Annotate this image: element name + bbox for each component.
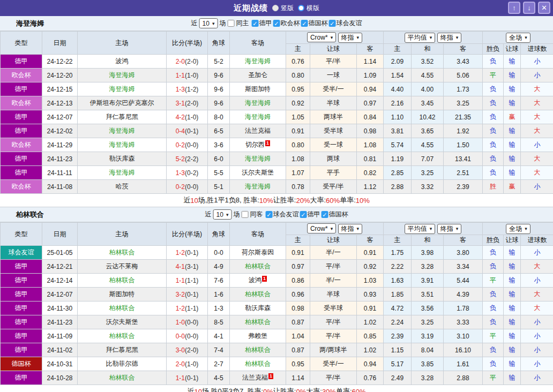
home-team-name: 海登海姆: [109, 169, 135, 176]
match-row: 德甲24-12-22波鸿2-0(2-0)5-2海登海姆0.76平/半1.142.…: [1, 55, 553, 69]
chevron-down-icon: ▾: [456, 35, 459, 40]
score-cell: 3-2(0-1): [167, 288, 208, 301]
odds-cell: 0.91: [286, 246, 310, 260]
home-team-cell: 哈茨: [78, 180, 167, 194]
date-cell: 24-12-13: [42, 96, 78, 110]
league-checkbox[interactable]: ✓: [273, 20, 280, 27]
date-cell: 24-12-20: [42, 69, 78, 82]
odds-cell: 3.19: [412, 329, 444, 343]
fulltime-score: 4-1: [176, 263, 185, 270]
result-group-fulltime: 全场▾: [483, 32, 553, 44]
fulltime-score: 3-0: [176, 346, 185, 354]
score-cell: 0-0(0-0): [167, 329, 208, 343]
odds-cell: 4.55: [412, 138, 444, 152]
score-cell: 4-2(1-0): [167, 110, 208, 124]
date-cell: 24-11-23: [42, 152, 78, 166]
away-team-name: 柏林联合: [245, 262, 271, 270]
home-team-cell: 比勒菲尔德: [78, 357, 167, 371]
summary-segment: 10: [190, 197, 198, 205]
col-type: 类型: [1, 32, 42, 55]
league-cell: 德甲: [1, 166, 42, 180]
bookmaker-select[interactable]: Crow*▾: [307, 223, 336, 233]
odds-cell: 半球: [310, 288, 357, 301]
score-cell: 2-0(1-0): [167, 357, 208, 371]
home-team-name: 柏林联合: [109, 374, 135, 381]
average-select[interactable]: 平均值▾: [405, 33, 436, 43]
result-cell: 输: [504, 152, 521, 166]
odds-cell: 3.43: [444, 55, 483, 69]
league-cell: 德甲: [1, 288, 42, 301]
bookmaker-select[interactable]: Crow*▾: [307, 32, 336, 42]
close-button[interactable]: ✕: [538, 2, 550, 14]
games-count-select-1[interactable]: 10 ▾: [213, 209, 232, 220]
away-team-cell: 海登海姆: [230, 55, 286, 69]
away-team-name: 沃尔夫斯堡: [242, 169, 274, 176]
corner-cell: 5-1: [208, 180, 230, 194]
away-team-cell: 柏林联合: [230, 315, 286, 329]
odds-cell: 受平/半: [310, 180, 357, 194]
summary-segment: 近: [187, 387, 194, 392]
radio-vertical-icon[interactable]: [272, 5, 279, 11]
sub-avg-away: 客: [444, 235, 483, 246]
fulltime-select[interactable]: 全场▾: [506, 224, 530, 234]
away-team-cell: 切尔西1: [230, 138, 286, 152]
layout-radio-vertical[interactable]: 竖版: [272, 4, 294, 13]
away-team-cell: 荷尔斯泰因: [230, 246, 286, 260]
odds-cell: 0.76: [357, 371, 384, 385]
average-time-select[interactable]: 终指▾: [437, 33, 462, 43]
league-checkbox[interactable]: ✓: [265, 211, 272, 218]
corner-cell: 4-5: [208, 371, 230, 385]
result-value: 输: [509, 248, 515, 256]
result-cell: 输: [504, 138, 521, 152]
same-venue-checkbox-0[interactable]: [227, 20, 234, 27]
sub-avg-draw: 和: [412, 235, 444, 246]
radio-horizontal-icon[interactable]: [298, 5, 304, 11]
league-cell: 德甲: [1, 371, 42, 385]
league-checkbox[interactable]: ✓: [321, 211, 328, 218]
league-checkbox[interactable]: ✓: [328, 20, 335, 27]
result-cell: 输: [504, 246, 521, 260]
league-checkbox[interactable]: ✓: [301, 20, 308, 27]
odds-time-select[interactable]: 终指▾: [338, 33, 363, 43]
match-row: 德甲24-11-23沃尔夫斯堡1-0(0-0)8-5柏林联合0.87平/半1.0…: [1, 315, 553, 329]
summary-1: 近10场,胜0平3负7, 胜率:0% 让胜率:0% 大率:30% 单率:60%: [0, 385, 553, 392]
result-value: 小: [534, 248, 541, 256]
odds-cell: 3.25: [412, 166, 444, 180]
odds-cell: 半/一: [310, 246, 357, 260]
league-filter-德国杯: ✓德国杯: [301, 19, 327, 28]
col-score: 比分(半场): [167, 32, 208, 55]
away-team-name: 法兰克福: [242, 374, 268, 381]
odds-cell: 2.39: [384, 329, 412, 343]
match-row: 欧会杯24-11-29海登海姆0-2(0-0)3-6切尔西10.80受一球1.0…: [1, 138, 553, 152]
col-home: 主场: [78, 223, 167, 246]
odds-time-select[interactable]: 终指▾: [338, 224, 363, 234]
odds-cell: 1.08: [357, 138, 384, 152]
result-value: 大: [534, 155, 541, 162]
result-cell: 小: [521, 246, 553, 260]
league-checkbox[interactable]: ✓: [300, 211, 307, 218]
odds-cell: 1.07: [286, 166, 310, 180]
home-team-cell: 拜仁慕尼黑: [78, 110, 167, 124]
away-team-cell: 海登海姆: [230, 180, 286, 194]
odds-cell: 1.15: [384, 343, 412, 357]
same-venue-checkbox-1[interactable]: [241, 211, 248, 218]
result-value: 胜: [490, 183, 496, 190]
move-up-button[interactable]: ↑: [508, 2, 520, 14]
halftime-score: (1-0): [185, 360, 198, 368]
corner-cell: 8-0: [208, 110, 230, 124]
layout-radio-horizontal[interactable]: 横版: [298, 4, 319, 13]
move-down-button[interactable]: ↓: [523, 2, 535, 14]
odds-cell: 0.87: [286, 315, 310, 329]
fulltime-select[interactable]: 全场▾: [506, 33, 530, 43]
summary-segment: 60%: [352, 388, 366, 392]
away-team-name: 圣加仑: [248, 71, 267, 79]
home-team-name: 哈茨: [116, 183, 129, 190]
result-group-fulltime: 全场▾: [483, 223, 553, 235]
odds-cell: 2.88: [384, 180, 412, 194]
league-checkbox[interactable]: ✓: [251, 20, 258, 27]
average-time-select[interactable]: 终指▾: [437, 224, 462, 234]
sub-winlose: 胜负: [483, 235, 504, 246]
average-select[interactable]: 平均值▾: [405, 224, 436, 234]
games-count-select-0[interactable]: 10 ▾: [199, 18, 218, 28]
fulltime-score: 2-0: [176, 360, 185, 368]
